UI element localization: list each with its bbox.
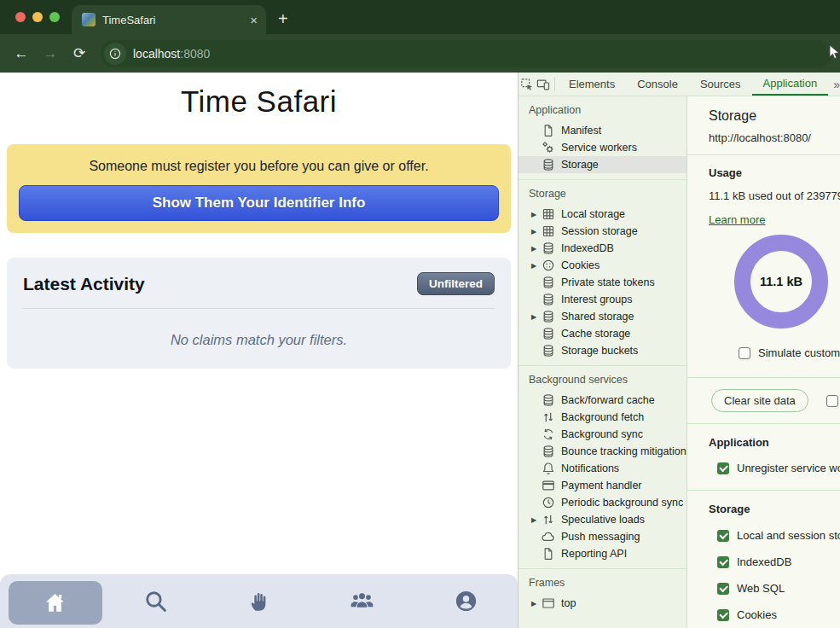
devtools-tab-console[interactable]: Console	[626, 73, 689, 96]
zoom-window-button[interactable]	[49, 12, 60, 22]
nav-item-hand[interactable]	[207, 574, 310, 628]
cookie-icon	[542, 259, 555, 272]
expand-arrow-icon[interactable]: ▶	[531, 516, 542, 524]
storage-origin: http://localhost:8080/	[709, 131, 840, 144]
tree-item-payment-handler[interactable]: Payment handler	[518, 477, 686, 494]
nav-item-home[interactable]	[0, 574, 103, 628]
tree-item-service-workers[interactable]: Service workers	[518, 139, 686, 156]
devtools-tab-sources[interactable]: Sources	[689, 73, 752, 96]
tree-item-speculative-loads[interactable]: ▶Speculative loads	[518, 511, 686, 528]
tree-item-notifications[interactable]: Notifications	[518, 460, 686, 477]
site-info-icon[interactable]	[104, 43, 126, 65]
local-and-session-storage-checkbox[interactable]	[717, 530, 729, 542]
unregister-service-workers-checkbox[interactable]	[717, 462, 729, 474]
expand-arrow-icon[interactable]: ▶	[531, 262, 542, 270]
tree-item-background-fetch[interactable]: Background fetch	[518, 409, 686, 426]
tree-item-cookies[interactable]: ▶Cookies	[518, 257, 686, 274]
registration-banner: Someone must register you before you can…	[7, 144, 511, 233]
url-text: localhost:8080	[133, 47, 210, 61]
tree-item-reporting-api[interactable]: Reporting API	[518, 545, 686, 562]
no-claims-message: No claims match your filters.	[23, 332, 495, 348]
indexeddb-checkbox[interactable]	[717, 556, 729, 568]
new-tab-button[interactable]: +	[278, 9, 288, 29]
tree-item-push-messaging[interactable]: Push messaging	[518, 528, 686, 545]
include-third-party-cookies-checkbox[interactable]	[826, 395, 838, 407]
indexeddb-label: IndexedDB	[737, 555, 791, 568]
expand-arrow-icon[interactable]: ▶	[531, 600, 542, 608]
cookies-checkbox[interactable]	[717, 609, 729, 621]
devtools-tab-application[interactable]: Application	[752, 73, 829, 96]
tree-item-top[interactable]: ▶top	[518, 595, 686, 612]
tree-item-back-forward-cache[interactable]: Back/forward cache	[518, 392, 686, 409]
tree-item-indexeddb[interactable]: ▶IndexedDB	[518, 240, 686, 257]
url-port: :8080	[180, 47, 210, 61]
address-bar[interactable]: localhost:8080	[101, 40, 831, 67]
show-identifier-info-button[interactable]: Show Them Your Identifier Info	[19, 185, 499, 221]
table-icon	[542, 224, 555, 238]
tree-section-frames: Frames▶top	[518, 569, 686, 618]
window-controls	[0, 0, 72, 34]
more-panels-icon[interactable]: »	[828, 73, 840, 96]
devtools-tab-elements[interactable]: Elements	[558, 73, 626, 96]
tree-item-storage-buckets[interactable]: Storage buckets	[518, 342, 686, 359]
tree-item-label: Service workers	[561, 142, 637, 154]
tree-item-label: Notifications	[561, 462, 619, 474]
tree-item-interest-groups[interactable]: Interest groups	[518, 291, 686, 308]
forward-button: →	[38, 41, 63, 67]
table-icon	[542, 207, 555, 221]
file-icon	[542, 547, 555, 561]
active-nav-pill[interactable]	[9, 581, 102, 625]
reload-button[interactable]: ⟳	[67, 41, 92, 67]
web-sql-checkbox[interactable]	[717, 583, 729, 595]
tree-item-background-sync[interactable]: Background sync	[518, 426, 686, 443]
tree-item-private-state-tokens[interactable]: Private state tokens	[518, 274, 686, 291]
database-icon	[542, 445, 555, 458]
application-sidebar-tree: ApplicationManifestService workersStorag…	[518, 96, 687, 628]
tab-title: TimeSafari	[102, 14, 243, 26]
nav-item-search[interactable]	[103, 574, 206, 628]
clear-site-data-button[interactable]: Clear site data	[711, 389, 808, 412]
browser-toolbar: ← → ⟳ localhost:8080	[0, 34, 840, 73]
card-icon	[542, 479, 555, 492]
bell-icon	[542, 462, 555, 475]
toolbar-separator	[554, 77, 555, 91]
browser-tab[interactable]: TimeSafari ×	[72, 5, 266, 34]
tree-item-storage[interactable]: Storage	[518, 156, 686, 173]
back-button[interactable]: ←	[9, 41, 34, 67]
tree-item-periodic-background-sync[interactable]: Periodic background sync	[518, 494, 686, 511]
expand-arrow-icon[interactable]: ▶	[531, 313, 542, 321]
minimize-window-button[interactable]	[32, 12, 43, 22]
hand-icon	[247, 590, 270, 613]
nav-item-people[interactable]	[310, 574, 414, 628]
clock-icon	[542, 496, 555, 509]
inspect-element-icon[interactable]	[518, 73, 536, 96]
tree-item-session-storage[interactable]: ▶Session storage	[518, 223, 686, 240]
tab-close-icon[interactable]: ×	[250, 14, 258, 26]
tree-item-label: Background fetch	[561, 411, 644, 423]
tree-item-bounce-tracking-mitigations[interactable]: Bounce tracking mitigations	[518, 443, 686, 460]
learn-more-link[interactable]: Learn more	[709, 213, 765, 226]
device-toolbar-icon[interactable]	[536, 73, 553, 96]
expand-arrow-icon[interactable]: ▶	[531, 228, 542, 236]
nav-item-profile[interactable]	[414, 574, 518, 628]
storage-option-row: IndexedDB	[717, 555, 840, 568]
tree-item-shared-storage[interactable]: ▶Shared storage	[518, 308, 686, 325]
url-host: localhost	[133, 47, 180, 61]
unfiltered-button[interactable]: Unfiltered	[417, 272, 495, 295]
devtools-toolbar: ElementsConsoleSourcesApplication »	[518, 73, 840, 96]
tree-section-header: Frames	[518, 577, 686, 595]
expand-arrow-icon[interactable]: ▶	[531, 245, 542, 253]
simulate-custom-quota-checkbox[interactable]	[739, 347, 750, 359]
database-icon	[542, 241, 555, 255]
tree-item-label: Shared storage	[561, 311, 634, 323]
people-icon	[349, 588, 375, 614]
tree-item-label: Session storage	[561, 225, 638, 237]
tree-item-cache-storage[interactable]: Cache storage	[518, 325, 686, 342]
expand-arrow-icon[interactable]: ▶	[531, 211, 542, 218]
tree-item-manifest[interactable]: Manifest	[518, 122, 686, 139]
tree-item-local-storage[interactable]: ▶Local storage	[518, 206, 686, 223]
tree-item-label: Manifest	[561, 125, 601, 137]
tree-item-label: Push messaging	[561, 531, 640, 543]
tree-item-label: Local storage	[561, 208, 625, 220]
close-window-button[interactable]	[15, 12, 26, 22]
